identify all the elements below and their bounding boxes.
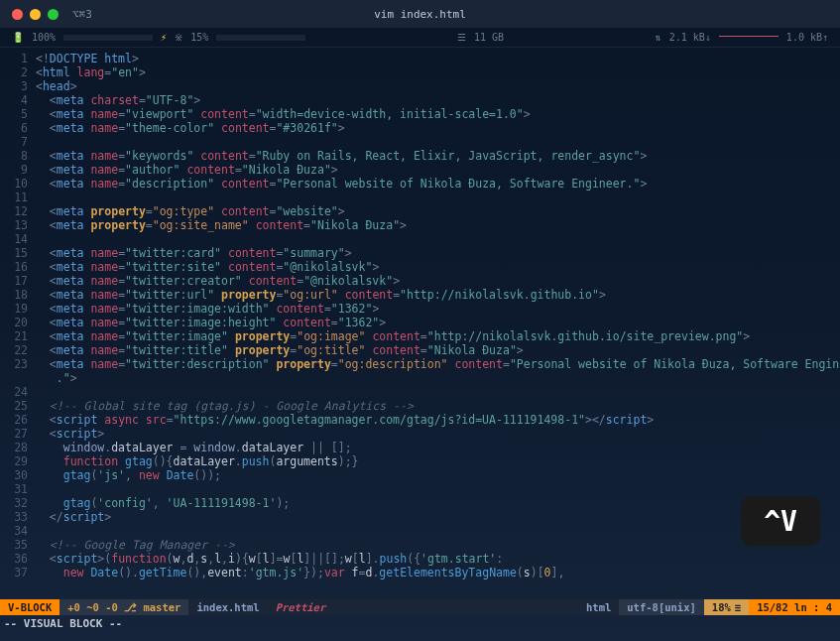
- code-content[interactable]: <meta name="theme-color" content="#30261…: [36, 121, 840, 135]
- code-line[interactable]: .">: [0, 371, 840, 385]
- code-line[interactable]: 16 <meta name="twitter:site" content="@n…: [0, 260, 840, 274]
- vim-modeline: -- VISUAL BLOCK --: [0, 615, 840, 631]
- mem-icon: ☰: [457, 32, 466, 43]
- code-line[interactable]: 20 <meta name="twitter:image:height" con…: [0, 316, 840, 329]
- line-number: 7: [0, 135, 36, 149]
- code-line[interactable]: 9 <meta name="author" content="Nikola Đu…: [0, 163, 840, 177]
- code-line[interactable]: 14: [0, 232, 840, 246]
- code-content[interactable]: [36, 135, 840, 149]
- code-content[interactable]: </script>: [36, 510, 840, 524]
- battery-bar: [63, 35, 153, 41]
- code-content[interactable]: <meta name="twitter:site" content="@niko…: [36, 260, 840, 274]
- code-line[interactable]: 30 gtag('js', new Date());: [0, 468, 840, 482]
- code-line[interactable]: 1<!DOCTYPE html>: [0, 52, 840, 65]
- stats-bar: 🔋 100% ⚡ ※ 15% ☰ 11 GB ⇅ 2.1 kB↓ 1.0 kB↑: [0, 28, 840, 48]
- window-title: vim index.html: [374, 8, 466, 21]
- tab-label[interactable]: ⌥⌘3: [72, 8, 92, 21]
- code-content[interactable]: <meta name="twitter:url" property="og:ur…: [36, 288, 840, 302]
- battery-icon: 🔋: [12, 32, 24, 43]
- status-filetype: html: [578, 599, 619, 615]
- code-line[interactable]: 37 new Date().getTime(),event:'gtm.js'})…: [0, 566, 840, 579]
- code-line[interactable]: 13 <meta property="og:site_name" content…: [0, 218, 840, 232]
- code-line[interactable]: 25 <!-- Global site tag (gtag.js) - Goog…: [0, 399, 840, 413]
- code-content[interactable]: [36, 524, 840, 538]
- code-content[interactable]: window.dataLayer = window.dataLayer || […: [36, 441, 840, 454]
- code-content[interactable]: gtag('js', new Date());: [36, 468, 840, 482]
- code-content[interactable]: <meta name="twitter:creator" content="@n…: [36, 274, 840, 288]
- code-line[interactable]: 15 <meta name="twitter:card" content="su…: [0, 246, 840, 260]
- code-content[interactable]: <head>: [36, 79, 840, 93]
- code-line[interactable]: 19 <meta name="twitter:image:width" cont…: [0, 302, 840, 316]
- code-content[interactable]: <html lang="en">: [36, 65, 840, 79]
- code-line[interactable]: 22 <meta name="twitter:title" property="…: [0, 343, 840, 357]
- code-line[interactable]: 24: [0, 385, 840, 399]
- code-line[interactable]: 7: [0, 135, 840, 149]
- code-content[interactable]: <meta name="twitter:image" property="og:…: [36, 329, 840, 343]
- line-number: 31: [0, 482, 36, 496]
- code-content[interactable]: <meta name="author" content="Nikola Đuza…: [36, 163, 840, 177]
- code-line[interactable]: 21 <meta name="twitter:image" property="…: [0, 329, 840, 343]
- code-line[interactable]: 36 <script>(function(w,d,s,l,i){w[l]=w[l…: [0, 552, 840, 566]
- code-line[interactable]: 10 <meta name="description" content="Per…: [0, 177, 840, 191]
- code-content[interactable]: <meta property="og:type" content="websit…: [36, 204, 840, 218]
- code-content[interactable]: <meta name="twitter:card" content="summa…: [36, 246, 840, 260]
- zoom-icon[interactable]: [48, 9, 59, 20]
- code-content[interactable]: <meta name="keywords" content="Ruby on R…: [36, 149, 840, 163]
- editor-viewport[interactable]: 1<!DOCTYPE html>2<html lang="en">3<head>…: [0, 48, 840, 599]
- line-number: 13: [0, 218, 36, 232]
- code-content[interactable]: <script async src="https://www.googletag…: [36, 413, 840, 427]
- code-content[interactable]: <!DOCTYPE html>: [36, 52, 840, 65]
- code-content[interactable]: <script>: [36, 427, 840, 441]
- code-content[interactable]: [36, 191, 840, 204]
- code-content[interactable]: <meta charset="UTF-8">: [36, 93, 840, 107]
- code-line[interactable]: 27 <script>: [0, 427, 840, 441]
- code-line[interactable]: 17 <meta name="twitter:creator" content=…: [0, 274, 840, 288]
- code-line[interactable]: 11: [0, 191, 840, 204]
- code-line[interactable]: 4 <meta charset="UTF-8">: [0, 93, 840, 107]
- code-content[interactable]: gtag('config', 'UA-111191498-1');: [36, 496, 840, 510]
- code-content[interactable]: new Date().getTime(),event:'gtm.js'});va…: [36, 566, 840, 579]
- code-line[interactable]: 35 <!-- Google Tag Manager -->: [0, 538, 840, 552]
- code-content[interactable]: <meta name="twitter:image:width" content…: [36, 302, 840, 316]
- code-line[interactable]: 6 <meta name="theme-color" content="#302…: [0, 121, 840, 135]
- mem-value: 11 GB: [474, 32, 504, 43]
- status-percent: 18%≡: [704, 599, 749, 615]
- code-line[interactable]: 18 <meta name="twitter:url" property="og…: [0, 288, 840, 302]
- code-content[interactable]: [36, 232, 840, 246]
- line-number: 14: [0, 232, 36, 246]
- code-line[interactable]: 26 <script async src="https://www.google…: [0, 413, 840, 427]
- line-number: 4: [0, 93, 36, 107]
- code-content[interactable]: <meta property="og:site_name" content="N…: [36, 218, 840, 232]
- code-line[interactable]: 12 <meta property="og:type" content="web…: [0, 204, 840, 218]
- code-line[interactable]: 23 <meta name="twitter:description" prop…: [0, 357, 840, 371]
- code-line[interactable]: 5 <meta name="viewport" content="width=d…: [0, 107, 840, 121]
- code-content[interactable]: <!-- Google Tag Manager -->: [36, 538, 840, 552]
- code-line[interactable]: 32 gtag('config', 'UA-111191498-1');: [0, 496, 840, 510]
- code-line[interactable]: 3<head>: [0, 79, 840, 93]
- line-number: 19: [0, 302, 36, 316]
- line-number: 24: [0, 385, 36, 399]
- code-content[interactable]: .">: [36, 371, 840, 385]
- code-line[interactable]: 31: [0, 482, 840, 496]
- code-line[interactable]: 34: [0, 524, 840, 538]
- code-content[interactable]: <meta name="twitter:description" propert…: [36, 357, 840, 371]
- code-line[interactable]: 28 window.dataLayer = window.dataLayer |…: [0, 441, 840, 454]
- code-content[interactable]: <meta name="viewport" content="width=dev…: [36, 107, 840, 121]
- line-number: 29: [0, 454, 36, 468]
- code-content[interactable]: [36, 482, 840, 496]
- code-line[interactable]: 2<html lang="en">: [0, 65, 840, 79]
- close-icon[interactable]: [12, 9, 23, 20]
- code-content[interactable]: <meta name="description" content="Person…: [36, 177, 840, 191]
- minimize-icon[interactable]: [30, 9, 41, 20]
- code-line[interactable]: 29 function gtag(){dataLayer.push(argume…: [0, 454, 840, 468]
- code-line[interactable]: 8 <meta name="keywords" content="Ruby on…: [0, 149, 840, 163]
- code-content[interactable]: function gtag(){dataLayer.push(arguments…: [36, 454, 840, 468]
- code-content[interactable]: <!-- Global site tag (gtag.js) - Google …: [36, 399, 840, 413]
- code-content[interactable]: [36, 385, 840, 399]
- line-number: 27: [0, 427, 36, 441]
- code-content[interactable]: <meta name="twitter:title" property="og:…: [36, 343, 840, 357]
- code-content[interactable]: <meta name="twitter:image:height" conten…: [36, 316, 840, 329]
- titlebar: ⌥⌘3 vim index.html: [0, 0, 840, 28]
- code-content[interactable]: <script>(function(w,d,s,l,i){w[l]=w[l]||…: [36, 552, 840, 566]
- code-line[interactable]: 33 </script>: [0, 510, 840, 524]
